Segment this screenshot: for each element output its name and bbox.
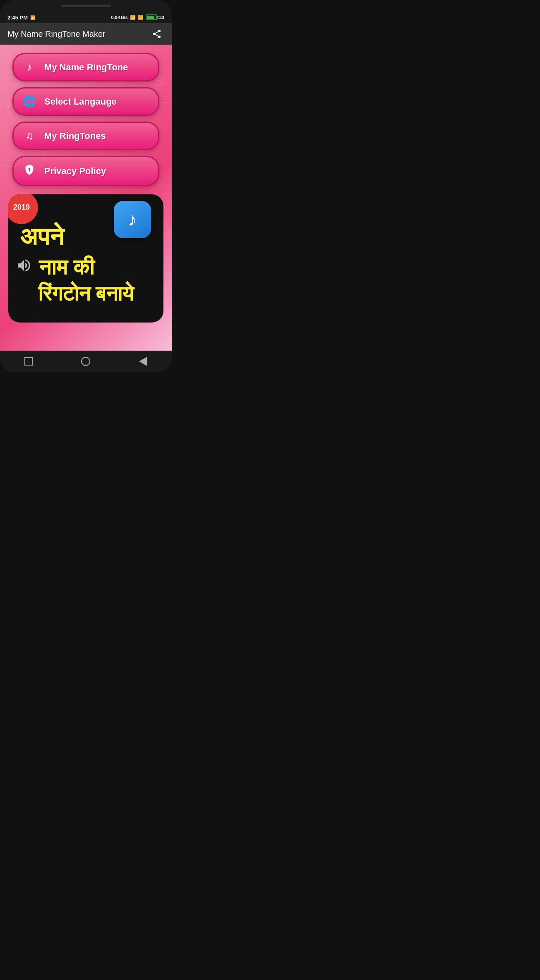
my-ringtones-button[interactable]: ♫ My RingTones [12, 122, 159, 150]
stop-icon [24, 357, 33, 366]
my-ringtones-label: My RingTones [44, 131, 106, 141]
menu-buttons-container: ♪ My Name RingTone 🌐 Select Langauge ♫ M… [0, 45, 172, 190]
back-icon [139, 357, 147, 366]
wifi-icon: 📶 [138, 15, 144, 20]
hindi-naam-ki-text: नाम की [39, 255, 94, 280]
status-left: 2:45 PM 📶 [7, 14, 35, 21]
svg-line-4 [156, 32, 158, 33]
music-note-icon-1: ♪ [22, 61, 37, 74]
signal-icon: 📶 [130, 15, 136, 20]
svg-line-3 [156, 35, 158, 36]
notch [61, 5, 111, 7]
share-button[interactable] [149, 26, 164, 41]
globe-icon: 🌐 [22, 95, 37, 108]
battery-fill [147, 16, 155, 19]
speaker-icon [16, 257, 32, 277]
battery-icon [146, 14, 157, 20]
music-note-icon-2: ♫ [22, 129, 37, 142]
network-speed: 0.0KB/s [111, 15, 127, 20]
back-button[interactable] [134, 352, 152, 370]
main-content: ♩ ♪ ♫ ♬ ♩ ♪ ♫ ♬ [0, 45, 172, 351]
privacy-policy-button[interactable]: Privacy Policy [12, 156, 159, 186]
hindi-apne-text: अपने [20, 222, 64, 251]
svg-point-0 [158, 30, 161, 32]
svg-point-2 [158, 36, 161, 38]
music-app-note-icon: ♪ [128, 209, 137, 230]
privacy-policy-label: Privacy Policy [44, 166, 106, 177]
app-title: My Name RingTone Maker [7, 29, 106, 39]
year-badge-text: 2019 [13, 203, 30, 212]
time: 2:45 PM [7, 14, 28, 21]
battery-percent: 33 [159, 15, 164, 20]
hindi-row2: नाम की [16, 255, 94, 280]
notch-bar [0, 0, 172, 12]
shield-icon [22, 164, 37, 178]
status-right: 0.0KB/s 📶 📶 33 [111, 14, 164, 20]
carrier-icons: 📶 [30, 15, 35, 20]
phone-frame: 2:45 PM 📶 0.0KB/s 📶 📶 33 My Name RingTon… [0, 0, 172, 372]
music-app-icon: ♪ [114, 201, 151, 238]
svg-point-1 [153, 33, 156, 35]
app-bar: My Name RingTone Maker [0, 23, 172, 45]
svg-point-15 [29, 168, 31, 170]
nav-bar [0, 351, 172, 372]
select-language-label: Select Langauge [44, 96, 117, 107]
status-bar: 2:45 PM 📶 0.0KB/s 📶 📶 33 [0, 12, 172, 23]
home-button[interactable] [77, 352, 95, 370]
select-language-button[interactable]: 🌐 Select Langauge [12, 87, 159, 116]
home-icon [81, 357, 90, 366]
my-name-ringtone-label: My Name RingTone [44, 62, 128, 73]
stop-button[interactable] [19, 352, 38, 370]
hindi-ringtone-banaye-text: रिंगटोन बनाये [38, 282, 134, 306]
banner-area: 2019 ♪ अपने नाम की रिंगटोन बनाये [8, 194, 163, 323]
my-name-ringtone-button[interactable]: ♪ My Name RingTone [12, 53, 159, 81]
